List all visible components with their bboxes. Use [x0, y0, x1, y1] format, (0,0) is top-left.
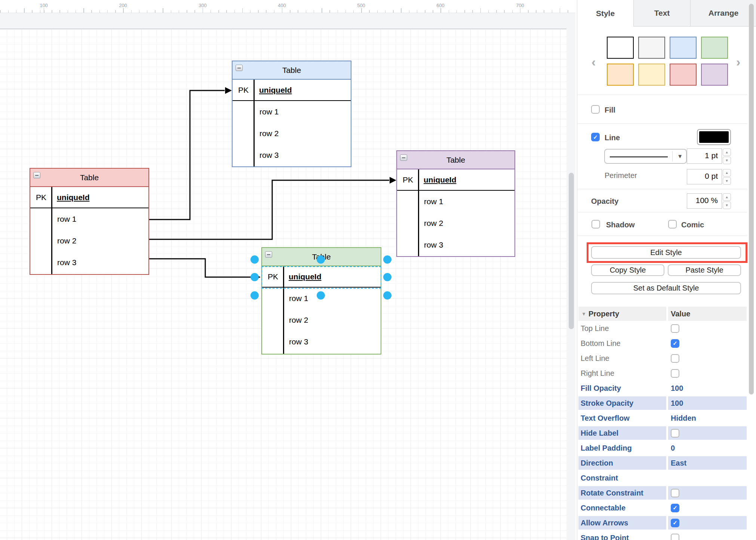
opacity-input[interactable]: 100 %: [687, 193, 722, 209]
edit-style-button[interactable]: Edit Style: [591, 246, 741, 259]
property-checkbox[interactable]: ✓: [671, 324, 679, 333]
entity-table-purple[interactable]: Table PK uniqueId row 1 row 2 row 3: [396, 150, 515, 257]
line-color-button[interactable]: [697, 129, 731, 145]
table-pk-row[interactable]: PK uniqueId: [233, 80, 351, 101]
line-width-stepper[interactable]: ▲ ▼: [723, 148, 731, 164]
property-label: Top Line: [581, 324, 609, 333]
step-up-icon[interactable]: ▲: [723, 193, 731, 201]
shadow-checkbox[interactable]: ✓: [591, 220, 600, 228]
edge-red-to-purple[interactable]: [149, 180, 389, 239]
style-swatch-yellow[interactable]: [638, 64, 665, 86]
style-swatch-purple[interactable]: [701, 64, 728, 86]
collapse-icon[interactable]: [33, 172, 40, 178]
swatches-prev-icon[interactable]: ‹: [591, 55, 596, 68]
property-value[interactable]: 0: [671, 444, 675, 452]
property-column-header[interactable]: ▼ Property: [578, 307, 666, 321]
selection-handle-middle-left[interactable]: [251, 273, 259, 281]
table-row[interactable]: row 1: [233, 101, 351, 123]
table-pk-row-selected[interactable]: PK uniqueId: [262, 266, 381, 288]
step-down-icon[interactable]: ▼: [723, 177, 731, 185]
property-value[interactable]: Hidden: [671, 414, 696, 423]
table-pk-row[interactable]: PK uniqueId: [30, 187, 148, 208]
table-pk-row[interactable]: PK uniqueId: [397, 169, 514, 191]
style-swatch-white[interactable]: [607, 37, 634, 59]
swatches-next-icon[interactable]: ›: [736, 55, 740, 68]
property-label: Right Line: [581, 369, 614, 378]
property-checkbox[interactable]: ✓: [671, 429, 679, 438]
selection-handle-bottom-right[interactable]: [383, 291, 391, 300]
comic-checkbox[interactable]: ✓: [668, 220, 677, 228]
table-row[interactable]: row 3: [233, 144, 351, 166]
collapse-icon[interactable]: [236, 65, 243, 71]
property-value[interactable]: 100: [671, 384, 683, 393]
style-swatch-gray[interactable]: [638, 37, 665, 59]
entity-table-red[interactable]: Table PK uniqueId row 1 row 2 row 3: [30, 168, 149, 275]
property-checkbox[interactable]: ✓: [671, 534, 679, 540]
property-checkbox[interactable]: ✓: [671, 519, 679, 527]
style-swatch-blue[interactable]: [670, 37, 697, 59]
step-up-icon[interactable]: ▲: [723, 148, 731, 156]
table-title: Table: [80, 173, 99, 182]
table-header[interactable]: Table: [233, 61, 351, 80]
fill-checkbox[interactable]: ✓: [591, 105, 600, 114]
property-value[interactable]: 100: [671, 399, 683, 408]
perimeter-input[interactable]: 0 pt: [687, 169, 722, 184]
property-checkbox[interactable]: ✓: [671, 369, 679, 378]
property-value[interactable]: East: [671, 459, 686, 467]
table-row[interactable]: row 3: [30, 252, 148, 273]
selection-handle-bottom-center[interactable]: [317, 291, 325, 300]
property-checkbox[interactable]: ✓: [671, 489, 679, 497]
table-header[interactable]: Table: [30, 169, 148, 187]
style-swatch-red[interactable]: [670, 64, 697, 86]
edge-red-to-green[interactable]: [149, 259, 253, 277]
step-up-icon[interactable]: ▲: [723, 169, 731, 177]
copy-style-button[interactable]: Copy Style: [591, 264, 664, 276]
table-row[interactable]: row 1: [397, 191, 514, 212]
property-checkbox[interactable]: ✓: [671, 504, 679, 512]
table-header[interactable]: Table: [397, 151, 514, 169]
tab-arrange[interactable]: Arrange: [690, 0, 756, 27]
selection-handle-middle-right[interactable]: [383, 273, 391, 281]
selection-handle-top-right[interactable]: [383, 255, 391, 264]
format-panel: Style Text Arrange ‹ › ✓ Fill ✓ Line ▼: [577, 0, 756, 540]
selection-handle-bottom-left[interactable]: [251, 291, 259, 300]
table-row[interactable]: row 3: [397, 234, 514, 256]
line-checkbox[interactable]: ✓: [591, 133, 600, 141]
fill-label: Fill: [605, 106, 615, 114]
opacity-stepper[interactable]: ▲ ▼: [723, 193, 731, 209]
collapse-icon[interactable]: [265, 251, 272, 258]
property-label: Bottom Line: [581, 339, 621, 348]
table-row[interactable]: row 2: [30, 230, 148, 252]
step-down-icon[interactable]: ▼: [723, 157, 731, 164]
table-row[interactable]: row 2: [233, 123, 351, 144]
style-swatch-orange[interactable]: [607, 64, 634, 86]
paste-style-button[interactable]: Paste Style: [668, 264, 741, 276]
table-title: Table: [282, 66, 301, 75]
line-width-input[interactable]: 1 pt: [687, 148, 722, 164]
edge-red-to-blue[interactable]: [149, 90, 225, 220]
diagram-canvas[interactable]: 100 200 300 400 500 600 700 Table PK: [0, 0, 575, 540]
collapse-triangle-icon[interactable]: ▼: [581, 311, 586, 317]
table-row[interactable]: row 1: [30, 208, 148, 230]
property-checkbox[interactable]: ✓: [671, 339, 679, 348]
table-title: Table: [446, 156, 465, 165]
selection-handle-top-center[interactable]: [317, 255, 325, 264]
entity-table-blue[interactable]: Table PK uniqueId row 1 row 2 row 3: [232, 61, 351, 167]
collapse-icon[interactable]: [400, 154, 407, 161]
selection-handle-top-left[interactable]: [251, 255, 259, 264]
panel-vertical-scrollbar[interactable]: [749, 4, 754, 395]
table-row[interactable]: row 2: [397, 212, 514, 234]
comic-label: Comic: [681, 221, 704, 229]
table-row[interactable]: row 3: [262, 331, 381, 353]
canvas-vertical-scrollbar[interactable]: [569, 173, 574, 329]
set-default-style-button[interactable]: Set as Default Style: [591, 282, 741, 294]
perimeter-stepper[interactable]: ▲ ▼: [723, 169, 731, 185]
table-row[interactable]: row 2: [262, 309, 381, 331]
opacity-label: Opacity: [591, 197, 618, 206]
tab-text[interactable]: Text: [633, 0, 690, 27]
property-checkbox[interactable]: ✓: [671, 354, 679, 363]
line-style-dropdown[interactable]: ▼: [604, 149, 687, 164]
tab-style[interactable]: Style: [577, 0, 633, 27]
step-down-icon[interactable]: ▼: [723, 202, 731, 209]
style-swatch-green[interactable]: [701, 37, 728, 59]
